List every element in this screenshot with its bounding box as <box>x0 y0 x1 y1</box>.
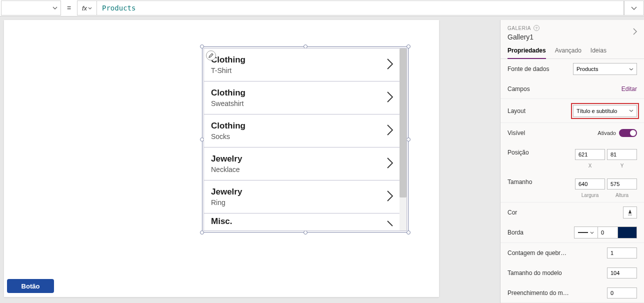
gallery-item[interactable]: Jewelry Ring <box>204 180 400 214</box>
position-x-input[interactable] <box>575 149 605 160</box>
template-size-label: Tamanho do modelo <box>508 270 607 276</box>
color-picker-button[interactable] <box>623 206 637 218</box>
gallery-item-subtitle: T-Shirt <box>211 66 392 74</box>
position-y-input[interactable] <box>607 149 637 160</box>
layout-dropdown[interactable]: Título e subtítulo <box>573 105 637 117</box>
row-border: Borda <box>500 222 644 243</box>
tab-advanced[interactable]: Avançado <box>555 47 582 58</box>
row-visible: Visível Ativado <box>500 123 644 143</box>
gallery-item[interactable]: Clothing T-Shirt <box>204 48 400 82</box>
gallery-item-subtitle: Socks <box>211 132 392 140</box>
border-width-input[interactable] <box>598 226 618 238</box>
row-template-size: Tamanho do modelo <box>500 263 644 283</box>
panel-tabs: Propriedades Avançado Ideias <box>500 43 644 59</box>
visible-state: Ativado <box>598 130 616 136</box>
property-dropdown[interactable] <box>1 0 61 16</box>
fields-edit-link[interactable]: Editar <box>622 86 637 92</box>
chevron-right-icon[interactable] <box>386 91 394 105</box>
border-style-dropdown[interactable] <box>574 226 598 238</box>
chevron-down-icon <box>631 6 637 10</box>
resize-handle[interactable] <box>406 230 410 234</box>
visible-label: Visível <box>508 130 598 136</box>
color-label: Cor <box>508 209 623 216</box>
size-height-input[interactable] <box>607 178 637 190</box>
gallery-selection[interactable]: Clothing T-Shirt Clothing Sweatshirt Clo… <box>202 46 408 232</box>
chevron-right-icon[interactable] <box>386 220 394 229</box>
row-wrap-count: Contagem de quebr… <box>500 243 644 263</box>
fx-button[interactable]: fx <box>77 0 97 16</box>
properties-panel: GALERIA ? Gallery1 Propriedades Avançado… <box>500 20 644 303</box>
formula-input[interactable] <box>97 0 624 16</box>
gallery-item-title: Jewelry <box>211 187 392 197</box>
gallery-item-title: Misc. <box>211 216 392 226</box>
y-label: Y <box>607 163 637 168</box>
button-control[interactable]: Botão <box>7 279 54 293</box>
canvas[interactable]: Clothing T-Shirt Clothing Sweatshirt Clo… <box>4 20 439 297</box>
scrollbar-thumb[interactable] <box>400 48 406 198</box>
gallery-item-title: Clothing <box>211 88 392 98</box>
control-name: Gallery1 <box>508 33 637 41</box>
chevron-right-icon[interactable] <box>633 28 637 37</box>
layout-label: Layout <box>508 108 573 114</box>
size-label: Tamanho <box>508 178 575 186</box>
visible-toggle[interactable] <box>619 129 637 137</box>
help-icon[interactable]: ? <box>534 25 540 31</box>
width-label: Largura <box>575 192 605 198</box>
chevron-down-icon <box>88 7 92 10</box>
height-label: Altura <box>607 192 637 198</box>
fields-label: Campos <box>508 86 622 92</box>
formula-bar: = fx <box>0 0 644 16</box>
chevron-down-icon <box>629 110 634 112</box>
chevron-right-icon[interactable] <box>386 190 394 204</box>
scrollbar[interactable] <box>400 48 406 230</box>
wrap-count-label: Contagem de quebr… <box>508 250 607 256</box>
chevron-down-icon <box>52 6 58 10</box>
resize-handle[interactable] <box>200 230 204 234</box>
datasource-dropdown[interactable]: Products <box>573 63 637 75</box>
gallery-item-title: Clothing <box>211 121 392 131</box>
panel-body: Fonte de dados Products Campos Editar La… <box>500 59 644 303</box>
row-color: Cor <box>500 202 644 222</box>
resize-handle[interactable] <box>304 230 308 234</box>
row-template-padding: Preenchimento do m… <box>500 283 644 303</box>
gallery-item[interactable]: Misc. <box>204 214 400 231</box>
gallery-item-title: Clothing <box>211 55 392 65</box>
panel-header: GALERIA ? Gallery1 <box>500 20 644 43</box>
template-size-input[interactable] <box>607 268 637 278</box>
tab-ideas[interactable]: Ideias <box>590 47 606 58</box>
chevron-down-icon <box>629 68 634 70</box>
gallery-item-title: Jewelry <box>211 154 392 164</box>
gallery-item-subtitle: Sweatshirt <box>211 100 392 108</box>
formula-expand-button[interactable] <box>624 0 644 16</box>
gallery-item[interactable]: Jewelry Necklace <box>204 148 400 180</box>
gallery-item[interactable]: Clothing Sweatshirt <box>204 82 400 114</box>
border-label: Borda <box>508 229 574 236</box>
edit-template-icon[interactable] <box>206 50 216 60</box>
chevron-right-icon[interactable] <box>386 157 394 171</box>
tab-properties[interactable]: Propriedades <box>508 47 546 59</box>
size-width-input[interactable] <box>575 178 605 190</box>
chevron-down-icon <box>590 232 594 234</box>
row-position: Posição X Y <box>500 143 644 172</box>
gallery-control[interactable]: Clothing T-Shirt Clothing Sweatshirt Clo… <box>204 48 407 231</box>
template-padding-label: Preenchimento do m… <box>508 290 607 296</box>
position-label: Posição <box>508 149 575 156</box>
chevron-right-icon[interactable] <box>386 124 394 138</box>
gallery-item[interactable]: Clothing Socks <box>204 114 400 148</box>
row-fields: Campos Editar <box>500 79 644 99</box>
row-layout: Layout Título e subtítulo <box>500 99 644 123</box>
resize-handle[interactable] <box>406 44 410 48</box>
gallery-item-subtitle: Necklace <box>211 166 392 174</box>
row-datasource: Fonte de dados Products <box>500 59 644 79</box>
chevron-right-icon[interactable] <box>386 58 394 72</box>
x-label: X <box>575 163 605 168</box>
template-padding-input[interactable] <box>607 288 637 298</box>
wrap-count-input[interactable] <box>607 248 637 258</box>
row-size: Tamanho Largura Altura <box>500 172 644 202</box>
svg-rect-0 <box>628 214 632 216</box>
gallery-item-subtitle: Ring <box>211 198 392 206</box>
border-color-swatch[interactable] <box>618 226 637 238</box>
resize-handle[interactable] <box>406 138 410 142</box>
equals-sign: = <box>61 4 77 12</box>
datasource-label: Fonte de dados <box>508 66 573 72</box>
